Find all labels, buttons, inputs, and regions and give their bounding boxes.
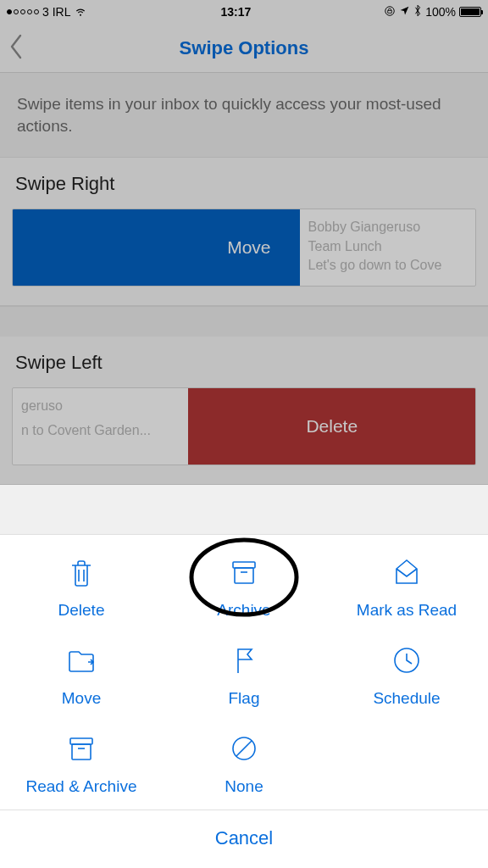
swipe-left-heading: Swipe Left [12, 352, 476, 374]
orientation-lock-icon [384, 5, 396, 19]
preview-from: geruso [21, 397, 180, 415]
svg-rect-5 [70, 738, 92, 744]
option-label: Flag [229, 689, 260, 708]
option-mark-as-read[interactable]: Mark as Read [325, 554, 488, 620]
svg-rect-2 [235, 568, 253, 583]
option-label: None [225, 777, 263, 796]
clock-icon [388, 642, 425, 679]
svg-rect-6 [72, 744, 91, 760]
option-schedule[interactable]: Schedule [325, 642, 488, 708]
location-icon [399, 5, 410, 19]
nav-header: Swipe Options [0, 24, 488, 73]
battery-icon [459, 7, 481, 17]
svg-point-0 [385, 6, 395, 15]
svg-rect-1 [233, 562, 255, 568]
wifi-icon [74, 5, 87, 19]
clock: 13:17 [220, 5, 251, 19]
page-description: Swipe items in your inbox to quickly acc… [0, 73, 488, 158]
option-label: Schedule [373, 689, 440, 708]
page-title: Swipe Options [180, 37, 309, 59]
swipe-right-action: Move [13, 209, 300, 286]
preview-subject: Team Lunch [308, 237, 467, 256]
option-label: Move [62, 689, 101, 708]
preview-snippet: n to Covent Garden... [21, 421, 180, 440]
back-button[interactable] [8, 34, 34, 63]
archive-icon [63, 730, 100, 767]
bluetooth-icon [413, 4, 422, 19]
swipe-right-heading: Swipe Right [12, 173, 476, 195]
swipe-left-preview[interactable]: geruso n to Covent Garden... Delete [12, 387, 476, 465]
action-sheet: Delete Archive Mark as Read Move [0, 534, 488, 868]
option-read-and-archive[interactable]: Read & Archive [0, 730, 163, 796]
swipe-right-preview[interactable]: Move Bobby Giangeruso Team Lunch Let's g… [12, 209, 476, 287]
svg-line-9 [236, 741, 252, 756]
swipe-right-section: Swipe Right Move Bobby Giangeruso Team L… [0, 158, 488, 306]
swipe-left-action: Delete [188, 388, 475, 465]
option-label: Read & Archive [26, 777, 137, 796]
swipe-right-action-label: Move [227, 237, 270, 258]
swipe-left-action-label: Delete [306, 416, 358, 437]
flag-icon [225, 642, 263, 679]
envelope-open-icon [388, 554, 425, 591]
option-delete[interactable]: Delete [0, 554, 163, 620]
battery-pct: 100% [425, 5, 456, 19]
option-label: Mark as Read [357, 601, 457, 620]
signal-dots-icon [7, 9, 39, 14]
trash-icon [63, 554, 100, 591]
option-flag[interactable]: Flag [163, 642, 325, 708]
swipe-left-message-preview: geruso n to Covent Garden... [13, 388, 188, 465]
preview-snippet: Let's go down to Cove [308, 256, 467, 275]
option-label: Delete [58, 601, 105, 620]
option-none[interactable]: None [163, 730, 325, 796]
archive-icon [225, 554, 263, 591]
none-icon [225, 730, 263, 767]
status-bar: 3 IRL 13:17 100% [0, 0, 488, 24]
swipe-right-message-preview: Bobby Giangeruso Team Lunch Let's go dow… [300, 209, 475, 286]
option-move[interactable]: Move [0, 642, 163, 708]
preview-from: Bobby Giangeruso [308, 218, 467, 236]
folder-move-icon [63, 642, 100, 679]
option-label: Archive [217, 601, 270, 620]
option-archive[interactable]: Archive [163, 554, 325, 620]
cancel-button[interactable]: Cancel [0, 810, 488, 868]
swipe-left-section: Swipe Left geruso n to Covent Garden... … [0, 337, 488, 485]
carrier-label: 3 IRL [42, 5, 70, 19]
